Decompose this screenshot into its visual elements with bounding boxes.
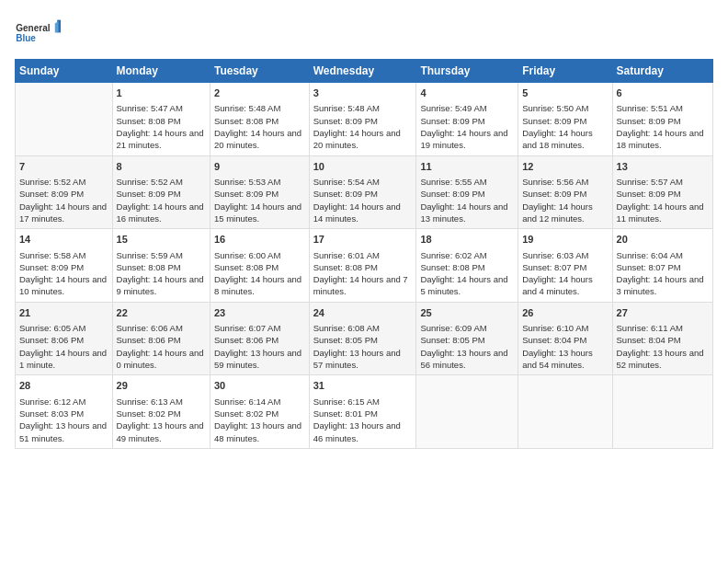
sunrise: Sunrise: 6:09 AM: [420, 323, 486, 333]
day-number: 11: [420, 160, 514, 174]
day-number: 18: [420, 233, 514, 247]
sunrise: Sunrise: 5:58 AM: [19, 250, 85, 260]
daylight: Daylight: 14 hours and 21 minutes.: [117, 128, 204, 150]
calendar-cell: 17 Sunrise: 6:01 AM Sunset: 8:08 PM Dayl…: [309, 229, 416, 303]
sunrise: Sunrise: 6:14 AM: [214, 396, 280, 407]
calendar-cell: 24 Sunrise: 6:08 AM Sunset: 8:05 PM Dayl…: [309, 302, 416, 375]
sunset: Sunset: 8:09 PM: [522, 116, 586, 126]
column-header-saturday: Saturday: [612, 60, 712, 83]
svg-text:Blue: Blue: [16, 33, 36, 43]
calendar-cell: 16 Sunrise: 6:00 AM Sunset: 8:08 PM Dayl…: [210, 229, 310, 303]
sunrise: Sunrise: 6:10 AM: [522, 323, 588, 333]
sunrise: Sunrise: 6:07 AM: [214, 323, 280, 333]
sunset: Sunset: 8:05 PM: [420, 335, 484, 345]
day-number: 24: [313, 306, 413, 320]
sunrise: Sunrise: 5:51 AM: [617, 103, 683, 113]
calendar-cell: [16, 83, 113, 156]
daylight: Daylight: 14 hours and 13 minutes.: [420, 201, 507, 224]
day-number: 5: [522, 86, 608, 100]
daylight: Daylight: 13 hours and 54 minutes.: [522, 348, 593, 370]
column-header-sunday: Sunday: [16, 60, 113, 83]
sunrise: Sunrise: 5:56 AM: [522, 177, 588, 187]
calendar-cell: [416, 375, 518, 449]
logo: General Blue: [15, 15, 61, 52]
sunset: Sunset: 8:09 PM: [420, 116, 484, 126]
calendar-cell: 23 Sunrise: 6:07 AM Sunset: 8:06 PM Dayl…: [210, 302, 310, 375]
sunrise: Sunrise: 6:15 AM: [313, 396, 380, 407]
calendar-cell: 25 Sunrise: 6:09 AM Sunset: 8:05 PM Dayl…: [416, 302, 518, 375]
sunrise: Sunrise: 5:52 AM: [19, 177, 85, 187]
column-header-wednesday: Wednesday: [309, 60, 416, 83]
sunset: Sunset: 8:09 PM: [19, 262, 84, 272]
column-header-tuesday: Tuesday: [210, 60, 310, 83]
day-number: 20: [617, 233, 709, 247]
day-number: 23: [214, 306, 305, 320]
daylight: Daylight: 14 hours and 17 minutes.: [19, 201, 107, 224]
sunset: Sunset: 8:07 PM: [522, 262, 586, 272]
day-number: 26: [522, 306, 608, 320]
daylight: Daylight: 14 hours and 4 minutes.: [522, 274, 593, 296]
day-number: 16: [214, 233, 305, 247]
day-number: 29: [117, 379, 206, 393]
sunrise: Sunrise: 5:50 AM: [522, 103, 588, 113]
day-number: 4: [420, 86, 514, 100]
calendar-cell: 10 Sunrise: 5:54 AM Sunset: 8:09 PM Dayl…: [309, 155, 416, 229]
sunset: Sunset: 8:09 PM: [313, 116, 378, 126]
calendar-cell: 4 Sunrise: 5:49 AM Sunset: 8:09 PM Dayli…: [416, 83, 518, 156]
sunset: Sunset: 8:06 PM: [19, 335, 84, 345]
calendar-cell: [612, 375, 712, 449]
sunrise: Sunrise: 6:04 AM: [617, 250, 683, 260]
logo-svg: General Blue: [15, 15, 61, 52]
day-number: 10: [313, 160, 413, 174]
day-number: 22: [117, 306, 206, 320]
calendar-cell: 12 Sunrise: 5:56 AM Sunset: 8:09 PM Dayl…: [518, 155, 612, 229]
sunset: Sunset: 8:09 PM: [617, 189, 681, 199]
calendar-cell: 9 Sunrise: 5:53 AM Sunset: 8:09 PM Dayli…: [210, 155, 310, 229]
daylight: Daylight: 13 hours and 48 minutes.: [214, 420, 301, 442]
daylight: Daylight: 14 hours and 18 minutes.: [617, 128, 704, 150]
week-row-1: 7 Sunrise: 5:52 AM Sunset: 8:09 PM Dayli…: [16, 155, 713, 229]
daylight: Daylight: 14 hours and 20 minutes.: [214, 128, 301, 150]
sunrise: Sunrise: 6:05 AM: [19, 323, 85, 333]
sunset: Sunset: 8:09 PM: [19, 189, 84, 199]
day-number: 25: [420, 306, 514, 320]
week-row-4: 28 Sunrise: 6:12 AM Sunset: 8:03 PM Dayl…: [16, 375, 713, 449]
calendar-cell: 31 Sunrise: 6:15 AM Sunset: 8:01 PM Dayl…: [309, 375, 416, 449]
day-number: 8: [117, 160, 206, 174]
sunset: Sunset: 8:09 PM: [214, 189, 279, 199]
sunrise: Sunrise: 6:12 AM: [19, 396, 85, 407]
daylight: Daylight: 13 hours and 46 minutes.: [313, 420, 401, 442]
day-number: 30: [214, 379, 305, 393]
daylight: Daylight: 14 hours and 0 minutes.: [117, 348, 204, 370]
sunrise: Sunrise: 5:59 AM: [117, 250, 183, 260]
sunset: Sunset: 8:02 PM: [117, 408, 181, 419]
sunrise: Sunrise: 5:55 AM: [420, 177, 486, 187]
day-number: 2: [214, 86, 305, 100]
column-header-monday: Monday: [112, 60, 210, 83]
calendar-cell: 26 Sunrise: 6:10 AM Sunset: 8:04 PM Dayl…: [518, 302, 612, 375]
calendar-table: SundayMondayTuesdayWednesdayThursdayFrid…: [15, 59, 713, 449]
sunrise: Sunrise: 6:03 AM: [522, 250, 588, 260]
sunset: Sunset: 8:01 PM: [313, 408, 378, 419]
sunset: Sunset: 8:08 PM: [420, 262, 484, 272]
sunset: Sunset: 8:06 PM: [117, 335, 181, 345]
daylight: Daylight: 14 hours and 11 minutes.: [617, 201, 704, 224]
calendar-cell: 19 Sunrise: 6:03 AM Sunset: 8:07 PM Dayl…: [518, 229, 612, 303]
calendar-cell: 18 Sunrise: 6:02 AM Sunset: 8:08 PM Dayl…: [416, 229, 518, 303]
day-number: 14: [19, 233, 108, 247]
daylight: Daylight: 13 hours and 51 minutes.: [19, 420, 107, 442]
daylight: Daylight: 14 hours and 5 minutes.: [420, 274, 507, 296]
sunrise: Sunrise: 5:53 AM: [214, 177, 280, 187]
sunset: Sunset: 8:08 PM: [313, 262, 378, 272]
sunset: Sunset: 8:06 PM: [214, 335, 279, 345]
sunset: Sunset: 8:04 PM: [522, 335, 586, 345]
sunrise: Sunrise: 6:06 AM: [117, 323, 183, 333]
calendar-cell: 8 Sunrise: 5:52 AM Sunset: 8:09 PM Dayli…: [112, 155, 210, 229]
daylight: Daylight: 13 hours and 52 minutes.: [617, 348, 704, 370]
daylight: Daylight: 14 hours and 3 minutes.: [617, 274, 704, 296]
week-row-0: 1 Sunrise: 5:47 AM Sunset: 8:08 PM Dayli…: [16, 83, 713, 156]
daylight: Daylight: 14 hours and 12 minutes.: [522, 201, 593, 224]
calendar-cell: 6 Sunrise: 5:51 AM Sunset: 8:09 PM Dayli…: [612, 83, 712, 156]
day-number: 17: [313, 233, 413, 247]
day-number: 19: [522, 233, 608, 247]
